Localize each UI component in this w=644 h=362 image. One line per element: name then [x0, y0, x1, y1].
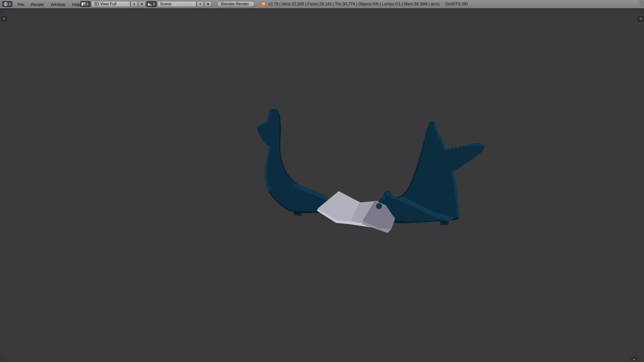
stepper-arrows-icon: [251, 2, 253, 6]
expand-toolshelf-button[interactable]: +: [1, 16, 7, 22]
scene-name-field[interactable]: Scene: [157, 1, 196, 7]
scene-group: Scene + ✕: [146, 1, 212, 7]
scene-statistics: v2.79 | Verts:32,345 | Faces:29,142 | Tr…: [268, 0, 440, 8]
add-scene-button[interactable]: +: [197, 1, 204, 7]
region-corner-grip-icon[interactable]: [0, 9, 5, 14]
menu-file[interactable]: File: [15, 1, 26, 9]
expand-region-button[interactable]: +: [631, 357, 637, 362]
expand-properties-button[interactable]: +: [638, 16, 643, 22]
screen-layout-icon: [82, 2, 86, 6]
grapple-right-arm: [379, 121, 484, 226]
header-corner-grip-icon[interactable]: [639, 0, 644, 7]
grapple-model[interactable]: [248, 101, 490, 241]
render-engine-value: Blender Render: [221, 1, 249, 7]
delete-screen-layout-button[interactable]: ✕: [138, 1, 146, 7]
menu-window[interactable]: Window: [48, 1, 68, 9]
menu-bar: File Render Window Help: [15, 0, 83, 8]
giants-i3d-label[interactable]: GIANTS I3D: [445, 0, 468, 8]
editor-type-selector[interactable]: [2, 1, 12, 7]
scene-browse-button[interactable]: [146, 1, 157, 7]
scene-icon: [148, 2, 152, 6]
info-editor-header: File Render Window Help 3D View Full + ✕: [0, 0, 644, 9]
screen-layout-name-field[interactable]: 3D View Full: [91, 1, 130, 7]
render-engine-select[interactable]: Blender Render: [217, 1, 255, 7]
region-corner-grip-icon[interactable]: [639, 9, 644, 14]
add-screen-layout-button[interactable]: +: [130, 1, 138, 7]
blender-window: File Render Window Help 3D View Full + ✕: [0, 0, 644, 362]
screen-layout-browse-button[interactable]: [80, 1, 91, 7]
screen-layout-group: 3D View Full + ✕: [80, 1, 146, 7]
stepper-arrows-icon: [87, 2, 89, 6]
stepper-arrows-icon: [153, 2, 155, 6]
menu-render[interactable]: Render: [28, 1, 47, 9]
bracket-hole: [376, 203, 382, 209]
viewport-3d[interactable]: + + +: [0, 9, 644, 362]
delete-scene-button[interactable]: ✕: [204, 1, 212, 7]
region-corner-grip-icon[interactable]: [0, 357, 5, 362]
grapple-left-arm: [257, 109, 328, 216]
blender-logo-icon: [259, 2, 266, 7]
info-editor-icon: [4, 2, 8, 6]
stepper-arrows-icon: [9, 2, 11, 6]
